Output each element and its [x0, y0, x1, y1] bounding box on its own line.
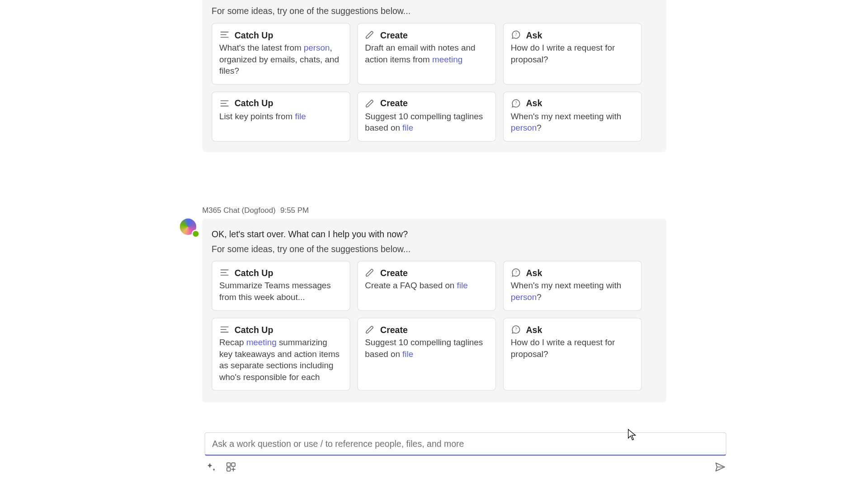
- lines-icon: [219, 98, 230, 108]
- card-body: Summarize Teams messages from this week …: [219, 280, 343, 303]
- card-body: List key points from file: [219, 111, 343, 122]
- assistant-message-block: OK, let's start over. What can I help yo…: [202, 219, 666, 403]
- suggestion-card-catchup[interactable]: Catch Up What's the latest from person, …: [212, 23, 350, 84]
- card-title: Catch Up: [235, 30, 274, 40]
- card-body: Draft an email with notes and action ite…: [365, 42, 488, 66]
- question-icon: [511, 98, 521, 108]
- card-body: How do I write a request for proposal?: [511, 337, 634, 360]
- pen-icon: [365, 324, 375, 335]
- suggestion-card-ask[interactable]: Ask When's my next meeting with person?: [503, 91, 642, 141]
- suggestion-card-ask[interactable]: Ask How do I write a request for proposa…: [503, 23, 642, 84]
- card-title: Create: [380, 98, 408, 108]
- compose-area: Ask a work question or use / to referenc…: [204, 432, 726, 474]
- card-title: Catch Up: [235, 267, 274, 277]
- pen-icon: [365, 98, 375, 108]
- lines-icon: [219, 267, 230, 278]
- card-title: Create: [380, 30, 408, 40]
- pen-icon: [365, 267, 375, 278]
- card-body: When's my next meeting with person?: [511, 280, 634, 303]
- card-title: Ask: [526, 324, 542, 334]
- bot-msg-timestamp: 9:55 PM: [280, 206, 309, 215]
- question-icon: [511, 267, 521, 278]
- suggestion-grid: Catch Up Summarize Teams messages from t…: [212, 261, 666, 391]
- suggestion-card-catchup[interactable]: Catch Up List key points from file: [212, 91, 350, 141]
- card-body: Suggest 10 compelling taglines based on …: [365, 337, 488, 360]
- send-button[interactable]: [713, 460, 726, 474]
- card-title: Create: [380, 324, 408, 334]
- bot-sender-name: M365 Chat (Dogfood): [202, 206, 276, 215]
- lines-icon: [219, 29, 230, 40]
- card-title: Ask: [526, 30, 542, 40]
- lines-icon: [219, 324, 230, 335]
- card-title: Ask: [526, 98, 542, 108]
- question-icon: [511, 29, 521, 40]
- suggestion-card-catchup[interactable]: Catch Up Recap meeting summarizing key t…: [212, 318, 350, 391]
- suggestion-card-ask[interactable]: Ask When's my next meeting with person?: [503, 261, 642, 311]
- suggestion-intro: For some ideas, try one of the suggestio…: [212, 6, 666, 16]
- compose-toolbar: [204, 460, 726, 474]
- suggestion-card-ask[interactable]: Ask How do I write a request for proposa…: [503, 318, 642, 391]
- bot-message-header: M365 Chat (Dogfood) 9:55 PM: [202, 206, 309, 215]
- assistant-text: OK, let's start over. What can I help yo…: [212, 229, 666, 239]
- suggestion-card-catchup[interactable]: Catch Up Summarize Teams messages from t…: [212, 261, 350, 311]
- card-title: Create: [380, 267, 408, 277]
- assistant-suggestion-block-prev: For some ideas, try one of the suggestio…: [202, 0, 666, 152]
- card-body: Create a FAQ based on file: [365, 280, 488, 291]
- suggestion-card-create[interactable]: Create Create a FAQ based on file: [357, 261, 496, 311]
- card-body: How do I write a request for proposal?: [511, 42, 634, 66]
- card-title: Ask: [526, 267, 542, 277]
- suggestion-card-create[interactable]: Create Draft an email with notes and act…: [357, 23, 496, 84]
- card-title: Catch Up: [235, 98, 274, 108]
- card-body: Suggest 10 compelling taglines based on …: [365, 111, 488, 134]
- presence-available-icon: [192, 230, 200, 238]
- card-body: When's my next meeting with person?: [511, 111, 634, 134]
- question-icon: [511, 324, 521, 335]
- suggestion-card-create[interactable]: Create Suggest 10 compelling taglines ba…: [357, 91, 496, 141]
- card-title: Catch Up: [235, 324, 274, 334]
- pen-icon: [365, 29, 375, 40]
- sparkle-icon[interactable]: [204, 460, 217, 474]
- card-body: What's the latest from person, organized…: [219, 42, 343, 77]
- suggestion-card-create[interactable]: Create Suggest 10 compelling taglines ba…: [357, 318, 496, 391]
- suggestion-intro: For some ideas, try one of the suggestio…: [212, 244, 666, 254]
- suggestion-grid: Catch Up What's the latest from person, …: [212, 23, 666, 141]
- compose-input[interactable]: Ask a work question or use / to referenc…: [204, 432, 726, 456]
- card-body: Recap meeting summarizing key takeaways …: [219, 337, 343, 383]
- apps-icon[interactable]: [225, 460, 238, 474]
